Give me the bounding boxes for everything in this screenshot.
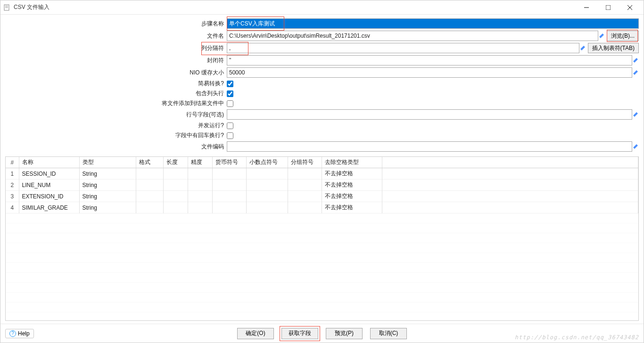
help-icon: ?	[9, 330, 16, 337]
label-step-name: 步骤名称	[5, 20, 227, 28]
row-num-field-input[interactable]	[227, 109, 632, 120]
cell-format[interactable]	[136, 202, 163, 213]
table-row[interactable]: 1SESSION_IDString不去掉空格	[6, 168, 638, 180]
th-trim[interactable]: 去除空格类型	[322, 157, 382, 168]
get-fields-button[interactable]: 获取字段	[281, 328, 318, 339]
cell-spacer	[382, 168, 638, 180]
cell-length[interactable]	[163, 168, 188, 180]
cell-name[interactable]: EXTENSION_ID	[19, 191, 79, 202]
close-button[interactable]	[619, 1, 641, 14]
content-area: 步骤名称 文件名 浏览(B)... 列分隔符	[0, 15, 644, 324]
th-currency[interactable]: 货币符号	[212, 157, 246, 168]
cell-precision[interactable]	[188, 191, 212, 202]
cell-grouping[interactable]	[288, 168, 322, 180]
cell-length[interactable]	[163, 191, 188, 202]
cell-type[interactable]: String	[79, 180, 136, 191]
cell-type[interactable]: String	[79, 191, 136, 202]
th-type[interactable]: 类型	[79, 157, 136, 168]
th-name[interactable]: 名称	[19, 157, 79, 168]
cell-name[interactable]: LINE_NUM	[19, 180, 79, 191]
ok-button[interactable]: 确定(O)	[237, 328, 274, 339]
cell-length[interactable]	[163, 202, 188, 213]
cell-decimal[interactable]	[246, 191, 288, 202]
cell-type[interactable]: String	[79, 168, 136, 180]
file-encoding-select[interactable]	[227, 141, 632, 152]
cancel-button[interactable]: 取消(C)	[370, 328, 407, 339]
cell-trim[interactable]: 不去掉空格	[322, 180, 382, 191]
cell-decimal[interactable]	[246, 202, 288, 213]
cell-currency[interactable]	[212, 168, 246, 180]
cell-trim[interactable]: 不去掉空格	[322, 191, 382, 202]
cell-type[interactable]: String	[79, 202, 136, 213]
cell-decimal[interactable]	[246, 180, 288, 191]
include-header-checkbox[interactable]	[227, 90, 233, 97]
cell-precision[interactable]	[188, 180, 212, 191]
cell-decimal[interactable]	[246, 168, 288, 180]
minimize-button[interactable]	[576, 1, 597, 14]
svg-rect-9	[633, 58, 638, 63]
th-format[interactable]: 格式	[136, 157, 163, 168]
row-has-crlf: 字段中有回车换行?	[5, 131, 639, 139]
table-row[interactable]: 4SIMILAR_GRADEString不去掉空格	[6, 202, 638, 213]
th-length[interactable]: 长度	[163, 157, 188, 168]
variable-icon[interactable]	[632, 109, 639, 120]
cell-trim[interactable]: 不去掉空格	[322, 202, 382, 213]
file-name-input[interactable]	[227, 31, 598, 41]
row-parallel-run: 并发运行?	[5, 122, 639, 130]
fields-table[interactable]: # 名称 类型 格式 长度 精度 货币符号 小数点符号 分组符号 去除空格类型 …	[6, 157, 638, 213]
variable-icon[interactable]	[632, 141, 639, 152]
cell-currency[interactable]	[212, 180, 246, 191]
preview-button[interactable]: 预览(P)	[326, 328, 363, 339]
cell-currency[interactable]	[212, 191, 246, 202]
help-button[interactable]: ? Help	[5, 329, 34, 338]
cell-grouping[interactable]	[288, 202, 322, 213]
label-nio-buffer: NIO 缓存大小	[5, 69, 227, 77]
insert-tab-button[interactable]: 插入制表符(TAB)	[588, 43, 639, 53]
row-add-to-result: 将文件添加到结果文件中	[5, 99, 639, 107]
simple-convert-checkbox[interactable]	[227, 81, 233, 87]
table-row[interactable]: 2LINE_NUMString不去掉空格	[6, 180, 638, 191]
th-spacer	[382, 157, 638, 168]
table-row[interactable]: 3EXTENSION_IDString不去掉空格	[6, 191, 638, 202]
th-idx: #	[6, 157, 19, 168]
label-row-num-field: 行号字段(可选)	[5, 111, 227, 119]
browse-button[interactable]: 浏览(B)...	[607, 31, 639, 41]
row-row-num-field: 行号字段(可选)	[5, 109, 639, 120]
th-grouping[interactable]: 分组符号	[288, 157, 322, 168]
cell-format[interactable]	[136, 168, 163, 180]
cell-format[interactable]	[136, 191, 163, 202]
label-file-encoding: 文件编码	[5, 143, 227, 151]
cell-length[interactable]	[163, 180, 188, 191]
variable-icon[interactable]	[632, 55, 639, 65]
parallel-run-checkbox[interactable]	[227, 122, 233, 129]
step-name-input[interactable]	[227, 18, 639, 29]
variable-icon[interactable]	[579, 43, 586, 53]
svg-rect-11	[633, 112, 638, 117]
cell-grouping[interactable]	[288, 191, 322, 202]
cell-spacer	[382, 180, 638, 191]
cell-trim[interactable]: 不去掉空格	[322, 168, 382, 180]
cell-currency[interactable]	[212, 202, 246, 213]
add-to-result-checkbox[interactable]	[227, 100, 233, 107]
delimiter-input[interactable]	[227, 43, 579, 53]
variable-icon[interactable]	[632, 67, 639, 78]
cell-name[interactable]: SESSION_ID	[19, 168, 79, 180]
cell-precision[interactable]	[188, 202, 212, 213]
th-decimal[interactable]: 小数点符号	[246, 157, 288, 168]
enclosure-input[interactable]	[227, 55, 632, 65]
variable-icon[interactable]	[598, 31, 605, 41]
nio-buffer-input[interactable]	[227, 67, 632, 78]
csv-input-dialog: CSV 文件输入 步骤名称 文件名 浏览(B)...	[0, 0, 644, 343]
maximize-button[interactable]	[597, 1, 619, 14]
label-enclosure: 封闭符	[5, 57, 227, 65]
row-file-encoding: 文件编码	[5, 141, 639, 152]
label-parallel-run: 并发运行?	[5, 122, 227, 130]
has-crlf-checkbox[interactable]	[227, 132, 233, 139]
cell-name[interactable]: SIMILAR_GRADE	[19, 202, 79, 213]
cell-precision[interactable]	[188, 168, 212, 180]
th-precision[interactable]: 精度	[188, 157, 212, 168]
row-simple-convert: 简易转换?	[5, 80, 639, 88]
cell-grouping[interactable]	[288, 180, 322, 191]
cell-format[interactable]	[136, 180, 163, 191]
table-header-row: # 名称 类型 格式 长度 精度 货币符号 小数点符号 分组符号 去除空格类型	[6, 157, 638, 168]
